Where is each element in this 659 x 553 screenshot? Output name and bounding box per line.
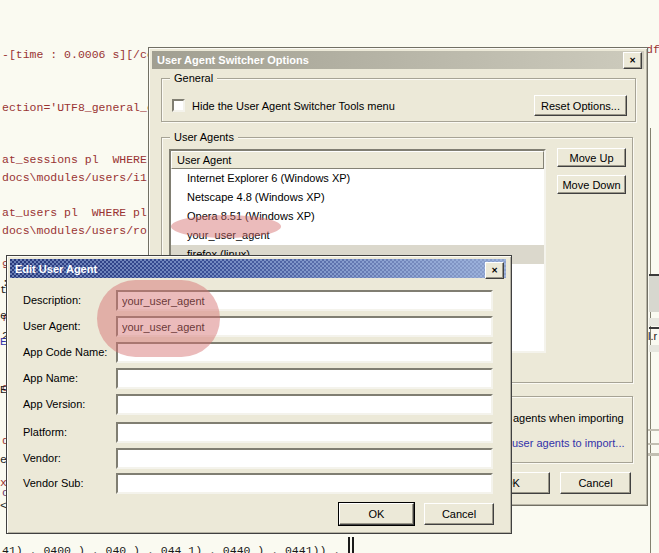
description-label: Description: — [23, 294, 81, 306]
page-table-band — [649, 345, 659, 352]
import-option-text-fragment: agents when importing — [513, 412, 624, 424]
annotation-highlight-fields — [97, 280, 220, 357]
edit-ok-button-label: OK — [369, 508, 385, 520]
move-up-button[interactable]: Move Up — [557, 148, 626, 167]
list-item[interactable]: Netscape 4.8 (Windows XP) — [171, 188, 544, 207]
annotation-highlight-list-item — [171, 215, 281, 238]
options-cancel-button-label: Cancel — [578, 477, 612, 489]
app-name-input[interactable] — [116, 368, 493, 389]
log-line: docs\modules/users/i1 — [2, 169, 147, 187]
log-fragment-right-mid: l.r — [648, 330, 657, 342]
page-table-band — [649, 276, 659, 312]
page-table-band — [649, 318, 659, 326]
screenshot-root: -[time : 0.0006 s][/code] ection='UTF8_g… — [0, 0, 659, 553]
close-icon: ✕ — [629, 56, 636, 65]
page-border-line — [348, 537, 350, 553]
hide-menu-checkbox[interactable] — [172, 99, 185, 112]
platform-input[interactable] — [116, 422, 493, 443]
options-cancel-button[interactable]: Cancel — [560, 472, 631, 494]
import-link[interactable]: user agents to import... — [512, 437, 625, 449]
edit-cancel-button[interactable]: Cancel — [424, 503, 494, 525]
platform-label: Platform: — [23, 426, 67, 438]
page-rule — [648, 453, 659, 456]
page-rule — [648, 443, 659, 445]
user-agents-column-header[interactable]: User Agent — [171, 151, 544, 169]
options-close-button[interactable]: ✕ — [623, 52, 642, 69]
page-rule — [648, 429, 659, 431]
reset-options-button-label: Reset Options... — [541, 100, 620, 112]
edit-cancel-button-label: Cancel — [442, 508, 476, 520]
vendor-sub-label: Vendor Sub: — [23, 477, 84, 489]
user-agent-label: User Agent: — [23, 320, 80, 332]
general-groupbox-label: General — [170, 72, 217, 84]
app-version-input[interactable] — [116, 394, 493, 415]
log-line: docs\modules/users/ro — [2, 222, 147, 240]
options-dialog-titlebar[interactable]: User Agent Switcher Options — [152, 51, 644, 69]
user-agents-groupbox-label: User Agents — [170, 131, 238, 143]
page-rule — [649, 327, 659, 329]
edit-dialog-titlebar[interactable]: Edit User Agent — [10, 259, 506, 278]
background-log-bottom: 41) . 0400 ) . 040 ) . 044 1) . 0440 ) .… — [2, 542, 342, 553]
edit-dialog-title: Edit User Agent — [15, 263, 97, 275]
general-groupbox: General Hide the User Agent Switcher Too… — [161, 78, 636, 122]
app-code-name-label: App Code Name: — [23, 346, 107, 358]
reset-options-button[interactable]: Reset Options... — [534, 95, 627, 116]
move-down-button-label: Move Down — [562, 179, 620, 191]
vendor-input[interactable] — [116, 448, 493, 469]
hide-menu-checkbox-label[interactable]: Hide the User Agent Switcher Tools menu — [192, 100, 395, 112]
edit-user-agent-dialog: Edit User Agent ✕ Description: User Agen… — [6, 255, 512, 534]
app-version-label: App Version: — [23, 398, 85, 410]
options-dialog-title: User Agent Switcher Options — [157, 54, 309, 66]
page-border-line — [352, 537, 354, 553]
app-name-label: App Name: — [23, 372, 78, 384]
close-icon: ✕ — [491, 266, 498, 275]
edit-ok-button[interactable]: OK — [339, 503, 414, 525]
move-down-button[interactable]: Move Down — [557, 175, 626, 194]
move-up-button-label: Move Up — [569, 152, 613, 164]
list-item[interactable]: Internet Explorer 6 (Windows XP) — [171, 169, 544, 188]
vendor-sub-input[interactable] — [116, 473, 493, 494]
edit-close-button[interactable]: ✕ — [485, 262, 504, 279]
vendor-label: Vendor: — [23, 452, 61, 464]
